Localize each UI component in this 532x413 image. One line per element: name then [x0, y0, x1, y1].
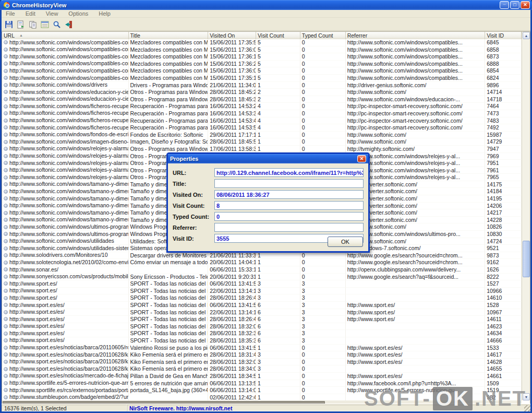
referrer-field[interactable] [214, 223, 364, 232]
table-row[interactable]: http://www.softonic.com/windows/educacio… [2, 89, 522, 96]
table-row[interactable]: http://www.sonar.es/06/06/2011 15:33:101… [2, 266, 522, 274]
menu-edit[interactable]: Edit [25, 10, 37, 17]
menu-options[interactable]: Options [67, 10, 89, 17]
vertical-scroll-thumb[interactable] [523, 241, 530, 277]
table-row[interactable]: http://www.solotecnologia.net/2010/02/co… [2, 259, 522, 266]
cell-url: http://www.softonic.com/windows/compatib… [2, 61, 129, 68]
table-row[interactable]: http://www.sport.es/es/SPORT - Todas las… [2, 323, 522, 331]
cell-url: http://www.softonic.com/windows/drivers [2, 82, 129, 89]
table-row[interactable]: http://www.softonic.com/windows/compatib… [2, 39, 522, 46]
cell-title: Mezcladores compatibles con MP3 po... [129, 46, 209, 54]
copy-icon[interactable] [29, 20, 38, 29]
table-row[interactable]: http://www.sport.es/es/noticias/barca/20… [2, 345, 522, 352]
column-header-url[interactable]: URL▲ [2, 32, 129, 39]
cell-url: http://www.sportlife.es/rcs/externos/por… [2, 387, 129, 394]
table-row[interactable]: http://www.softonic.com/windows/ficheros… [2, 110, 522, 117]
table-row[interactable]: http://www.sonyericsson.com/cws/products… [2, 274, 522, 281]
table-row[interactable]: http://www.softonic.com/windows/compatib… [2, 67, 522, 75]
cell-vc: 1 [256, 274, 300, 281]
watermark-mid: OK [433, 387, 473, 410]
menu-help[interactable]: Help [98, 10, 112, 17]
cell-tc: 0 [300, 61, 346, 68]
url-globe-icon [4, 196, 8, 200]
cell-title: SPORT - Todas las noticias del Barça... [129, 323, 209, 331]
table-row[interactable]: http://www.solodrivers.com/Monitores/10D… [2, 252, 522, 259]
cell-title: SPORT - Todas las noticias del Barça... [129, 280, 209, 288]
cell-vc: 5 [256, 75, 300, 82]
table-row[interactable]: http://www.softonic.com/windows/compatib… [2, 61, 522, 68]
dialog-close-icon[interactable] [357, 155, 366, 162]
table-row[interactable]: http://www.softonic.com/windows/compatib… [2, 53, 522, 61]
column-header-typed-count[interactable]: Typed Count [300, 32, 346, 39]
cell-title: 5 errores de nutrición que arruinan t... [129, 380, 209, 387]
cell-visited: 20/06/2011 14:04:12 [208, 259, 256, 266]
cell-id: 15987 [485, 132, 522, 139]
table-row[interactable]: http://www.sport.es/es/noticias/barca/20… [2, 359, 522, 366]
table-row[interactable]: http://www.softonic.com/windows/educacio… [2, 96, 522, 103]
cell-title: Mezcladores compatibles con MP3 po... [129, 75, 209, 82]
table-row[interactable]: http://www.softonic.com/windows/relojes-… [2, 146, 522, 153]
field-row-referrer: Referrer: [173, 222, 364, 233]
visit-count-field[interactable]: 8 [214, 201, 364, 210]
table-row[interactable]: http://www.softonic.com/windows/ficheros… [2, 117, 522, 125]
visited-on-field[interactable]: 08/06/2011 18:36:27 [214, 190, 364, 199]
scroll-up-icon[interactable]: ▲ [523, 32, 530, 39]
cell-ref: http://www.google.es/search?sourceid=chr… [346, 259, 485, 266]
title-field[interactable] [214, 179, 364, 188]
cell-tc: 0 [300, 110, 346, 117]
cell-visited: 28/06/2011 18:32:31 [208, 330, 256, 337]
vertical-scrollbar[interactable]: ▲ ▼ [522, 32, 530, 400]
url-globe-icon [4, 211, 8, 215]
cell-visited: 16/06/2011 14:53:56 [208, 124, 256, 132]
table-row[interactable]: http://www.sport.es/SPORT - Todas las no… [2, 280, 522, 288]
table-row[interactable]: http://www.sport.es/SPORT - Todas las no… [2, 288, 522, 295]
report-icon[interactable] [17, 20, 26, 29]
table-row[interactable]: http://www.softonic.com/windows/ficheros… [2, 103, 522, 110]
column-header-referrer[interactable]: Referrer [346, 32, 485, 39]
table-row[interactable]: http://www.sport.es/es/SPORT - Todas las… [2, 302, 522, 309]
url-field[interactable]: http://0.129.channel.facebook.com/iframe… [214, 168, 364, 177]
properties-icon[interactable] [41, 20, 50, 29]
exit-icon[interactable] [65, 20, 74, 29]
save-icon[interactable] [5, 20, 14, 29]
table-row[interactable]: http://www.sport.es/SPORT - Todas las no… [2, 294, 522, 302]
table-row[interactable]: http://www.sport.es/es/SPORT - Todas las… [2, 309, 522, 316]
cell-url: http://www.softonic.com/windows/relojes-… [2, 174, 129, 181]
menu-file[interactable]: File [5, 10, 16, 17]
table-row[interactable]: http://www.sportlife.es/5-errores-nutric… [2, 380, 522, 387]
cell-tc: 0 [300, 132, 346, 139]
cell-visited: 21/06/2011 11:33:32 [208, 252, 256, 259]
cell-title: SPORT - Todas las noticias del Barça... [129, 330, 209, 337]
table-row[interactable]: http://www.softonic.com/windows/imagen-d… [2, 138, 522, 146]
table-row[interactable]: http://www.softonic.com/windows/fondos-d… [2, 132, 522, 139]
cell-id: 14666 [485, 337, 522, 345]
table-row[interactable]: http://www.softonic.com/windows/compatib… [2, 46, 522, 54]
table-row[interactable]: http://www.sport.es/es/SPORT - Todas las… [2, 330, 522, 337]
ok-button[interactable]: OK [328, 237, 363, 247]
table-row[interactable]: http://www.sport.es/es/noticias/mercado-… [2, 373, 522, 380]
menu-view[interactable]: View [45, 10, 59, 17]
table-row[interactable]: http://www.softonic.com/windows/compatib… [2, 75, 522, 82]
find-icon[interactable] [53, 20, 62, 29]
table-row[interactable]: http://www.sport.es/es/noticias/barca/20… [2, 351, 522, 359]
typed-count-field[interactable]: 0 [214, 212, 364, 221]
cell-ref: http://www.softonic.com/windows/compatib… [346, 75, 485, 82]
dialog-body: URL: http://0.129.channel.facebook.com/i… [168, 163, 368, 244]
table-row[interactable]: http://www.softonic.com/windows/driversD… [2, 82, 522, 89]
cell-id: 8222 [485, 274, 522, 281]
cell-tc: 0 [300, 138, 346, 146]
cell-vc: 1 [256, 373, 300, 380]
table-row[interactable]: http://www.sport.es/es/noticias/barca/20… [2, 365, 522, 373]
table-row[interactable]: http://www.softonic.com/windows/ficheros… [2, 124, 522, 132]
maximize-button[interactable] [510, 1, 519, 9]
minimize-button[interactable] [500, 1, 509, 9]
table-row[interactable]: http://www.sport.es/es/SPORT - Todas las… [2, 316, 522, 323]
cell-tc: 0 [300, 46, 346, 54]
close-button[interactable] [521, 1, 530, 9]
column-header-visit-id[interactable]: Visit ID [485, 32, 522, 39]
column-header-title[interactable]: Title [129, 32, 209, 39]
cell-visited: 16/06/2011 14:53:32 [208, 110, 256, 117]
column-header-visited-on[interactable]: Visited On [208, 32, 256, 39]
column-header-visit-count[interactable]: Visit Count [256, 32, 300, 39]
table-row[interactable]: http://www.sport.es/es/SPORT - Todas las… [2, 337, 522, 345]
